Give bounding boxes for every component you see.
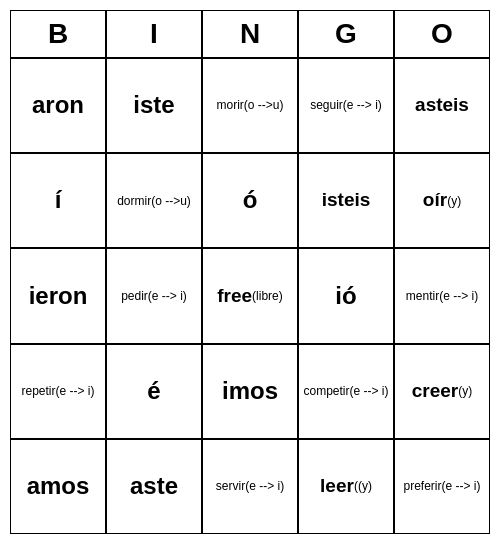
- bingo-cell: é: [106, 344, 202, 439]
- bingo-cell: aste: [106, 439, 202, 534]
- bingo-cell: isteis: [298, 153, 394, 248]
- bingo-cell: mentir(e --> i): [394, 248, 490, 343]
- bingo-cell: leer((y): [298, 439, 394, 534]
- bingo-cell: iste: [106, 58, 202, 153]
- bingo-board: BINGO aronistemorir(o -->u)seguir(e --> …: [10, 10, 490, 534]
- header-letter: I: [106, 10, 202, 58]
- bingo-cell: repetir(e --> i): [10, 344, 106, 439]
- bingo-grid: aronistemorir(o -->u)seguir(e --> i)aste…: [10, 58, 490, 534]
- bingo-cell: í: [10, 153, 106, 248]
- bingo-row: ieronpedir(e --> i)free(libre)iómentir(e…: [10, 248, 490, 343]
- bingo-cell: ieron: [10, 248, 106, 343]
- bingo-cell: pedir(e --> i): [106, 248, 202, 343]
- bingo-cell: preferir(e --> i): [394, 439, 490, 534]
- bingo-cell: seguir(e --> i): [298, 58, 394, 153]
- header-letter: N: [202, 10, 298, 58]
- bingo-header: BINGO: [10, 10, 490, 58]
- header-letter: B: [10, 10, 106, 58]
- bingo-row: repetir(e --> i)éimoscompetir(e --> i)cr…: [10, 344, 490, 439]
- bingo-cell: ó: [202, 153, 298, 248]
- header-letter: O: [394, 10, 490, 58]
- bingo-row: amosasteservir(e --> i)leer((y)preferir(…: [10, 439, 490, 534]
- bingo-cell: aron: [10, 58, 106, 153]
- bingo-cell: creer(y): [394, 344, 490, 439]
- bingo-cell: competir(e --> i): [298, 344, 394, 439]
- bingo-cell: dormir(o -->u): [106, 153, 202, 248]
- bingo-cell: asteis: [394, 58, 490, 153]
- bingo-cell: free(libre): [202, 248, 298, 343]
- bingo-row: aronistemorir(o -->u)seguir(e --> i)aste…: [10, 58, 490, 153]
- bingo-cell: ió: [298, 248, 394, 343]
- bingo-cell: imos: [202, 344, 298, 439]
- bingo-cell: amos: [10, 439, 106, 534]
- bingo-row: ídormir(o -->u)óisteisoír(y): [10, 153, 490, 248]
- bingo-cell: servir(e --> i): [202, 439, 298, 534]
- bingo-cell: morir(o -->u): [202, 58, 298, 153]
- header-letter: G: [298, 10, 394, 58]
- bingo-cell: oír(y): [394, 153, 490, 248]
